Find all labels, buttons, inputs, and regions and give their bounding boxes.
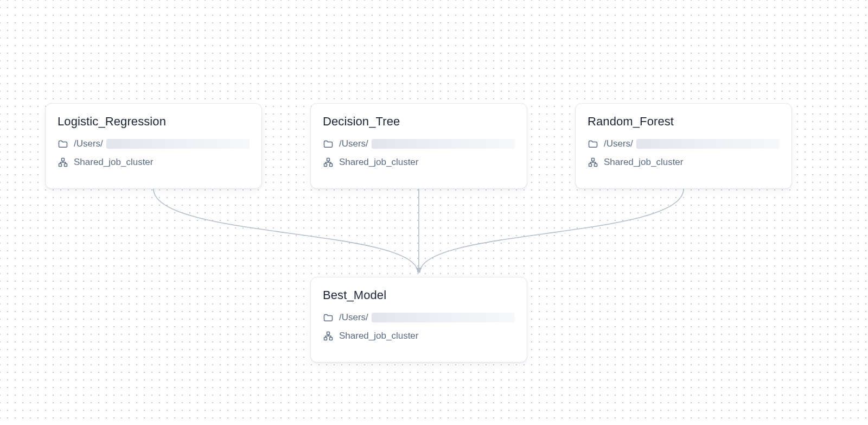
node-decision-tree[interactable]: Decision_Tree /Users/ Shared_job_cluster xyxy=(310,103,527,189)
node-title: Decision_Tree xyxy=(323,115,515,129)
cluster-icon xyxy=(58,157,68,168)
node-title: Logistic_Regression xyxy=(58,115,250,129)
folder-icon xyxy=(588,138,598,149)
redacted-path xyxy=(372,313,515,322)
node-title: Best_Model xyxy=(323,288,515,302)
folder-icon xyxy=(58,138,68,149)
node-cluster-row: Shared_job_cluster xyxy=(588,156,780,169)
workflow-diagram: Logistic_Regression /Users/ Shared_job_c… xyxy=(0,0,868,425)
node-cluster-label: Shared_job_cluster xyxy=(339,331,418,341)
redacted-path xyxy=(106,139,250,149)
folder-icon xyxy=(323,138,334,149)
cluster-icon xyxy=(323,331,334,341)
node-cluster-row: Shared_job_cluster xyxy=(323,156,515,169)
node-path-prefix: /Users/ xyxy=(74,138,103,149)
node-cluster-row: Shared_job_cluster xyxy=(58,156,250,169)
node-best-model[interactable]: Best_Model /Users/ Shared_job_cluster xyxy=(310,277,527,363)
cluster-icon xyxy=(588,157,598,168)
node-title: Random_Forest xyxy=(588,115,780,129)
node-cluster-row: Shared_job_cluster xyxy=(323,329,515,342)
node-random-forest[interactable]: Random_Forest /Users/ Shared_job_cluster xyxy=(575,103,792,189)
node-cluster-label: Shared_job_cluster xyxy=(604,157,683,168)
node-path-prefix: /Users/ xyxy=(339,138,368,149)
node-path-prefix: /Users/ xyxy=(339,312,368,323)
folder-icon xyxy=(323,312,334,323)
node-path-row: /Users/ xyxy=(323,311,515,324)
edge-logreg-to-best xyxy=(154,189,418,272)
node-path-row: /Users/ xyxy=(58,137,250,150)
edge-forest-to-best xyxy=(420,189,684,272)
node-path-row: /Users/ xyxy=(323,137,515,150)
node-cluster-label: Shared_job_cluster xyxy=(339,157,418,168)
node-path-row: /Users/ xyxy=(588,137,780,150)
cluster-icon xyxy=(323,157,334,168)
redacted-path xyxy=(636,139,780,149)
node-cluster-label: Shared_job_cluster xyxy=(74,157,153,168)
node-logistic-regression[interactable]: Logistic_Regression /Users/ Shared_job_c… xyxy=(45,103,262,189)
node-path-prefix: /Users/ xyxy=(604,138,633,149)
redacted-path xyxy=(372,139,515,149)
